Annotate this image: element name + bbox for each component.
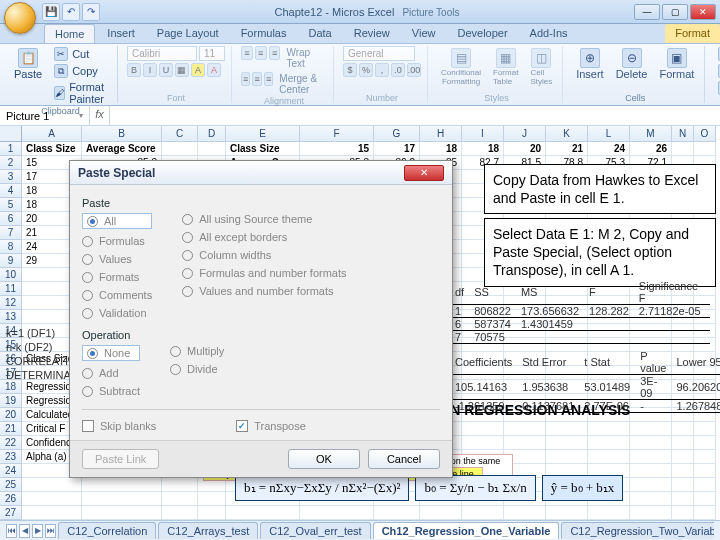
cell[interactable] bbox=[588, 450, 630, 464]
office-button[interactable] bbox=[4, 2, 36, 34]
underline-button[interactable]: U bbox=[159, 63, 173, 77]
paste-button[interactable]: 📋Paste bbox=[10, 46, 46, 82]
tab-nav-last[interactable]: ⏭ bbox=[45, 524, 56, 538]
ribbon-tab-developer[interactable]: Developer bbox=[447, 24, 517, 43]
cell[interactable]: 20 bbox=[504, 142, 546, 156]
format-painter-button[interactable]: 🖌Format Painter bbox=[50, 80, 111, 106]
delete-cells-button[interactable]: ⊖Delete bbox=[612, 46, 652, 82]
cell[interactable] bbox=[504, 422, 546, 436]
radio-formulas[interactable]: Formulas bbox=[82, 235, 152, 247]
cell[interactable] bbox=[672, 478, 694, 492]
cell[interactable] bbox=[630, 422, 672, 436]
cancel-button[interactable]: Cancel bbox=[368, 449, 440, 469]
col-header[interactable]: N bbox=[672, 126, 694, 142]
border-button[interactable]: ▦ bbox=[175, 63, 189, 77]
cell[interactable] bbox=[672, 142, 694, 156]
cell[interactable] bbox=[588, 422, 630, 436]
col-header[interactable]: O bbox=[694, 126, 716, 142]
row-header[interactable]: 19 bbox=[0, 394, 22, 408]
radio-all-using-source-theme[interactable]: All using Source theme bbox=[182, 213, 346, 225]
cell[interactable] bbox=[672, 436, 694, 450]
col-header[interactable]: D bbox=[198, 126, 226, 142]
radio-all[interactable]: All bbox=[82, 213, 152, 229]
radio-divide[interactable]: Divide bbox=[170, 363, 224, 375]
row-header[interactable]: 13 bbox=[0, 310, 22, 324]
cell[interactable] bbox=[694, 450, 716, 464]
cell[interactable]: 17 bbox=[374, 142, 420, 156]
ribbon-tab-data[interactable]: Data bbox=[298, 24, 341, 43]
cell[interactable] bbox=[462, 422, 504, 436]
sheet-tab[interactable]: C12_Regression_Two_Variables bbox=[561, 522, 714, 539]
col-header[interactable]: G bbox=[374, 126, 420, 142]
cell[interactable] bbox=[504, 506, 546, 520]
cell-styles-button[interactable]: ◫Cell Styles bbox=[526, 46, 556, 88]
ribbon-tab-page-layout[interactable]: Page Layout bbox=[147, 24, 229, 43]
cell[interactable]: Average Score bbox=[82, 142, 162, 156]
cell[interactable] bbox=[630, 506, 672, 520]
transpose-check[interactable]: Transpose bbox=[236, 420, 306, 432]
cell[interactable] bbox=[82, 492, 162, 506]
ribbon-tab-home[interactable]: Home bbox=[44, 24, 95, 43]
cell[interactable] bbox=[694, 492, 716, 506]
dialog-close[interactable]: ✕ bbox=[404, 165, 444, 181]
wrap-text-button[interactable]: Wrap Text bbox=[282, 46, 327, 70]
clear-button[interactable]: ◇Clear bbox=[714, 80, 720, 96]
cell[interactable] bbox=[420, 506, 462, 520]
autosum-button[interactable]: ΣAutoSum bbox=[714, 46, 720, 62]
ribbon-tab-insert[interactable]: Insert bbox=[97, 24, 145, 43]
cell[interactable] bbox=[694, 142, 716, 156]
radio-none[interactable]: None bbox=[82, 345, 140, 361]
cell[interactable] bbox=[22, 478, 82, 492]
radio-multiply[interactable]: Multiply bbox=[170, 345, 224, 357]
cell[interactable] bbox=[82, 506, 162, 520]
row-header[interactable]: 12 bbox=[0, 296, 22, 310]
row-header[interactable]: 3 bbox=[0, 170, 22, 184]
cell[interactable]: 18 bbox=[420, 142, 462, 156]
radio-formulas-and-number-formats[interactable]: Formulas and number formats bbox=[182, 267, 346, 279]
skip-blanks-check[interactable]: Skip blanks bbox=[82, 420, 156, 432]
row-header[interactable]: 10 bbox=[0, 268, 22, 282]
radio-values[interactable]: Values bbox=[82, 253, 152, 265]
cell[interactable] bbox=[672, 464, 694, 478]
ribbon-tab-view[interactable]: View bbox=[402, 24, 446, 43]
cell[interactable] bbox=[162, 506, 198, 520]
radio-add[interactable]: Add bbox=[82, 367, 140, 379]
paste-link-button[interactable]: Paste Link bbox=[82, 449, 159, 469]
cell[interactable] bbox=[162, 492, 198, 506]
cell[interactable] bbox=[694, 422, 716, 436]
row-header[interactable]: 2 bbox=[0, 156, 22, 170]
col-header[interactable]: E bbox=[226, 126, 300, 142]
cell[interactable]: 18 bbox=[462, 142, 504, 156]
select-all-corner[interactable] bbox=[0, 126, 22, 142]
col-header[interactable]: I bbox=[462, 126, 504, 142]
cell[interactable] bbox=[588, 506, 630, 520]
radio-column-widths[interactable]: Column widths bbox=[182, 249, 346, 261]
radio-validation[interactable]: Validation bbox=[82, 307, 152, 319]
col-header[interactable]: B bbox=[82, 126, 162, 142]
col-header[interactable]: C bbox=[162, 126, 198, 142]
row-header[interactable]: 26 bbox=[0, 492, 22, 506]
fill-color-button[interactable]: A bbox=[191, 63, 205, 77]
cell[interactable] bbox=[588, 436, 630, 450]
col-header[interactable]: F bbox=[300, 126, 374, 142]
italic-button[interactable]: I bbox=[143, 63, 157, 77]
col-header[interactable]: K bbox=[546, 126, 588, 142]
qat-redo[interactable]: ↷ bbox=[82, 3, 100, 21]
cell[interactable]: 24 bbox=[588, 142, 630, 156]
row-header[interactable]: 9 bbox=[0, 254, 22, 268]
radio-comments[interactable]: Comments bbox=[82, 289, 152, 301]
format-cells-button[interactable]: ▣Format bbox=[655, 46, 698, 82]
fx-button[interactable]: fx bbox=[90, 106, 110, 125]
window-max[interactable]: ▢ bbox=[662, 4, 688, 20]
radio-all-except-borders[interactable]: All except borders bbox=[182, 231, 346, 243]
cell[interactable] bbox=[694, 478, 716, 492]
fill-button[interactable]: ↓Fill bbox=[714, 63, 720, 79]
cell[interactable] bbox=[694, 506, 716, 520]
cell[interactable] bbox=[630, 492, 672, 506]
cell[interactable] bbox=[198, 506, 226, 520]
cell[interactable]: 15 bbox=[300, 142, 374, 156]
col-header[interactable]: A bbox=[22, 126, 82, 142]
row-header[interactable]: 4 bbox=[0, 184, 22, 198]
cond-fmt-button[interactable]: ▤Conditional Formatting bbox=[437, 46, 485, 88]
row-header[interactable]: 20 bbox=[0, 408, 22, 422]
